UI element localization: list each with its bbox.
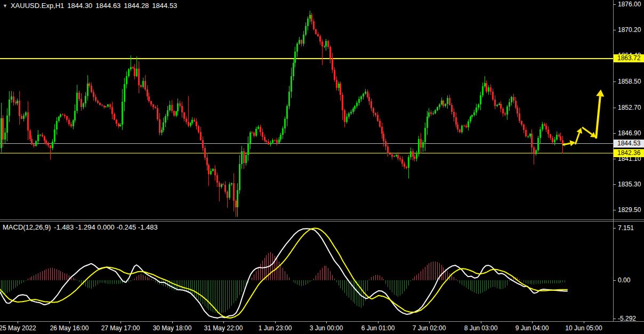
candle-body [383, 134, 384, 141]
candle-body [62, 115, 63, 115]
window-divider-line[interactable] [0, 221, 644, 222]
candle-body [373, 108, 374, 113]
candle-body [161, 130, 163, 133]
candle-body [179, 103, 181, 105]
candle-body [338, 84, 340, 88]
arrow-shaft[interactable] [596, 96, 600, 139]
indicator-label-overlay: MACD(12,26,9)-1.483 -1.294 0.000 -0.245 … [3, 223, 158, 231]
candle-body [257, 127, 259, 129]
candle-body [186, 119, 187, 122]
price-level-badge: 1844.53 [614, 140, 644, 148]
arrow-shaft[interactable] [575, 133, 579, 144]
candle-body [276, 140, 278, 142]
candle-body [66, 116, 68, 120]
candle-body [401, 159, 403, 163]
candle-body [78, 93, 80, 99]
candle-body [426, 117, 428, 128]
candle-body [282, 128, 284, 135]
candles-layer [1, 11, 566, 217]
candle-body [332, 59, 333, 70]
candle-body [202, 140, 204, 148]
candle-body [237, 190, 238, 207]
candle-body [204, 148, 206, 158]
candle-body [169, 105, 171, 110]
candle-body [76, 93, 78, 111]
candle-body [91, 86, 92, 93]
price-chart-canvas[interactable] [0, 0, 613, 219]
candle-body [21, 116, 22, 118]
candle-body [208, 165, 210, 174]
candle-body [519, 113, 520, 121]
candle-body [68, 120, 70, 124]
candle-body [455, 117, 457, 125]
candle-body [404, 164, 405, 167]
candle-body [247, 143, 249, 156]
candle-body [545, 126, 547, 129]
price-axis-label: 1870.20 [618, 26, 641, 34]
candle-body [229, 184, 230, 198]
candle-body [453, 112, 455, 117]
price-axis-tick [614, 108, 616, 108]
candle-body [527, 136, 529, 137]
candle-body [216, 175, 218, 183]
candle-body [155, 107, 156, 108]
candle-body [468, 121, 469, 127]
macd-axis-label: -5.292 [618, 315, 636, 322]
candle-body [451, 105, 453, 112]
candle-body [558, 135, 560, 136]
price-axis-tick [614, 4, 616, 5]
candle-body [531, 134, 533, 147]
candle-body [83, 103, 84, 108]
candle-body [449, 98, 450, 104]
candle-body [414, 157, 415, 159]
candle-body [494, 100, 496, 106]
candle-body [227, 192, 228, 198]
candle-body [122, 102, 123, 125]
candle-body [239, 164, 240, 190]
arrow-head[interactable] [569, 140, 575, 146]
trend-arrows[interactable] [562, 89, 604, 146]
time-axis[interactable]: 25 May 202226 May 16:0027 May 17:0030 Ma… [0, 322, 644, 334]
candle-body [480, 95, 481, 104]
price-axis[interactable]: 1876.001870.201864.401858.501852.701846.… [613, 0, 644, 321]
candle-body [502, 109, 504, 114]
candle-body [31, 139, 33, 144]
candle-body [255, 129, 257, 135]
price-axis-tick [614, 133, 616, 134]
candle-body [148, 96, 150, 101]
macd-indicator-canvas[interactable] [0, 222, 613, 321]
candle-body [54, 129, 55, 142]
candle-body [346, 117, 348, 122]
candle-body [387, 146, 389, 153]
candle-body [488, 87, 489, 92]
arrow-head[interactable] [596, 89, 604, 96]
candle-body [190, 123, 191, 126]
candle-body [352, 109, 354, 112]
candle-body [327, 41, 329, 47]
candle-body [73, 120, 74, 126]
chevron-down-icon: ▼ [3, 3, 7, 9]
candle-body [181, 106, 183, 113]
price-axis-label: 1876.00 [618, 1, 641, 8]
ohlc-open-value: 1844.30 [67, 2, 92, 10]
candle-body [445, 104, 446, 105]
horizontal-level-lines[interactable] [0, 59, 613, 153]
candle-body [196, 121, 197, 126]
candle-body [294, 52, 296, 63]
candle-body [15, 102, 17, 103]
candle-body [253, 133, 255, 136]
candle-body [437, 107, 438, 110]
candle-body [317, 34, 319, 37]
candle-body [513, 97, 514, 101]
candle-body [33, 144, 35, 146]
candle-body [490, 87, 492, 92]
candle-body [191, 120, 193, 123]
candle-body [342, 95, 343, 111]
arrow-shaft[interactable] [582, 127, 592, 134]
candle-body [368, 97, 370, 102]
time-axis-label: 27 May 17:00 [101, 324, 140, 332]
candle-body [221, 184, 222, 187]
window-divider-line[interactable] [0, 219, 644, 220]
candle-body [175, 111, 177, 116]
candle-body [105, 107, 107, 107]
